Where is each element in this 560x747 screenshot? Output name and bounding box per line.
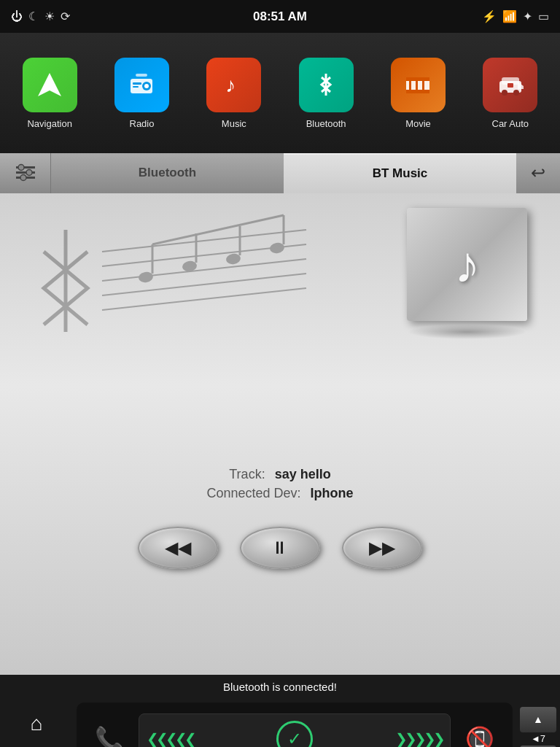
bt-connected-text: Bluetooth is connected! [0,675,560,699]
album-art-box: ♪ [407,208,527,321]
volume-up-button[interactable]: ▲ [520,707,556,732]
svg-rect-6 [136,74,147,77]
next-button[interactable]: ▶▶ [342,527,422,569]
radio-label: Radio [130,118,155,129]
tab-bluetooth[interactable]: Bluetooth [51,153,284,193]
bottom-left-nav: ⌂ ↩ [0,703,73,747]
bt-music-graphic [15,208,335,354]
tabs-container: Bluetooth BT Music [51,153,516,193]
svg-line-41 [152,215,284,244]
device-label: Connected Dev: [206,486,300,500]
status-icons-left: ⏻ ☾ ☀ ⟳ [11,9,70,23]
app-carauto[interactable]: Car Auto [483,58,537,129]
app-grid: Navigation Radio ♪ Music [0,33,560,153]
wifi-icon: 📶 [502,9,517,23]
movie-icon [391,58,446,112]
movie-label: Movie [405,118,431,129]
rotate-icon: ⟳ [61,9,70,23]
status-bar: ⏻ ☾ ☀ ⟳ 08:51 AM ⚡ 📶 ✦ ▭ [0,0,560,33]
svg-rect-12 [409,77,411,93]
bt-check-circle: ✓ [276,721,313,747]
answer-button[interactable]: 📞 [88,717,131,747]
music-icon: ♪ [206,58,261,112]
app-bluetooth[interactable]: Bluetooth [299,58,354,129]
answer-phone-icon: 📞 [95,725,124,747]
tab-bar: Bluetooth BT Music ↩ [0,153,560,193]
pause-icon: ⏸ [271,538,289,558]
status-icons-right: ⚡ 📶 ✦ ▭ [482,9,549,23]
svg-text:♪: ♪ [225,74,236,96]
bt-arrows-left: ❮❮❮❮❮ [147,730,194,747]
settings-button[interactable] [0,153,51,193]
carauto-label: Car Auto [492,118,529,129]
app-music[interactable]: ♪ Music [206,58,261,129]
home-button[interactable]: ⌂ [17,710,57,738]
svg-rect-5 [133,86,139,88]
svg-point-3 [144,84,149,88]
bluetooth-app-icon [299,58,354,112]
bluetooth-status-icon: ✦ [523,9,532,23]
music-label: Music [222,118,246,129]
album-art: ♪ [407,208,538,339]
album-note-icon: ♪ [454,236,480,294]
back-button[interactable]: ↩ [17,740,57,747]
navigation-label: Navigation [27,118,71,129]
pause-button[interactable]: ⏸ [240,527,320,569]
svg-point-18 [513,90,519,96]
volume-up-icon: ▲ [533,713,543,725]
hangup-button[interactable]: 📵 [458,717,502,747]
app-movie[interactable]: Movie [391,58,446,129]
bt-arrows-right: ❯❯❯❯❯ [395,730,443,747]
prev-icon: ◀◀ [165,538,191,558]
svg-point-25 [26,170,32,176]
svg-marker-0 [38,73,61,96]
next-icon: ▶▶ [369,538,395,558]
bottom-status: Bluetooth is connected! ⌂ ↩ 📞 ❮❮❮❮❮ ✓ [0,675,560,747]
playback-controls: ◀◀ ⏸ ▶▶ [138,527,422,569]
status-time: 08:51 AM [253,9,307,24]
moon-icon: ☾ [28,9,39,23]
volume-level: ◄7 [531,733,545,744]
carauto-icon [483,58,537,112]
bt-status-center: ❮❮❮❮❮ ✓ ❯❯❯❯❯ [139,713,451,747]
app-radio[interactable]: Radio [114,58,169,129]
hangup-phone-icon: 📵 [465,725,494,747]
svg-rect-4 [133,82,141,85]
svg-point-17 [502,90,508,96]
svg-point-24 [18,165,24,171]
main-content: ♪ Track: say hello Connected Dev: Iphone… [0,193,560,675]
bottom-center: 📞 ❮❮❮❮❮ ✓ ❯❯❯❯❯ 📵 [77,703,513,747]
home-icon: ⌂ [31,712,43,735]
device-row: Connected Dev: Iphone [206,486,353,501]
back-icon: ↩ [29,744,44,747]
svg-rect-13 [416,77,418,93]
bt-check-icon: ✓ [287,729,302,747]
power-icon: ⏻ [11,10,23,23]
bottom-controls-row: ⌂ ↩ 📞 ❮❮❮❮❮ ✓ ❯❯❯❯❯ 📵 [0,699,560,747]
usb-icon: ⚡ [482,9,497,23]
brightness-icon: ☀ [44,9,55,23]
app-navigation[interactable]: Navigation [23,58,77,129]
device-value: Iphone [311,486,354,500]
bt-art-area: ♪ [0,193,560,485]
album-shadow [407,325,527,339]
prev-button[interactable]: ◀◀ [138,527,218,569]
tab-back-button[interactable]: ↩ [516,153,560,193]
tab-btmusic[interactable]: BT Music [284,153,516,193]
bottom-right-vol: ▲ ◄7 ▼ [516,703,560,747]
bluetooth-label: Bluetooth [306,118,346,129]
navigation-icon [23,58,77,112]
svg-point-26 [20,175,26,181]
svg-rect-19 [508,83,513,88]
battery-icon: ▭ [538,9,549,23]
svg-rect-14 [422,77,424,93]
radio-icon [114,58,169,112]
